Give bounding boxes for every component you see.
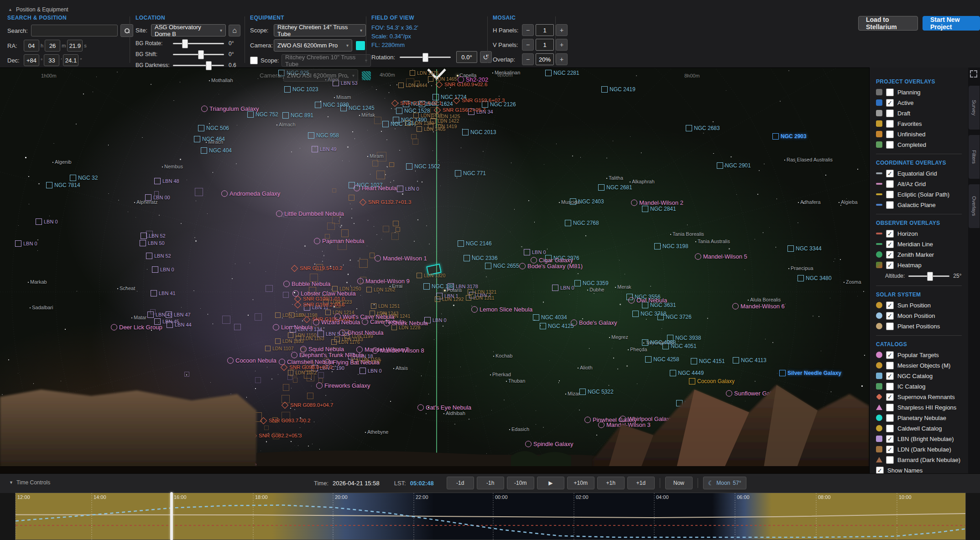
checkbox-checked[interactable] [886, 372, 894, 380]
decrement-button[interactable]: − [522, 24, 534, 36]
checkbox-unchecked[interactable] [886, 120, 894, 128]
slider-2[interactable] [173, 61, 224, 69]
observatory-site-button[interactable]: ⌂ [229, 25, 240, 36]
checkbox-checked[interactable] [886, 251, 894, 259]
plus-1d-button[interactable]: +1d [627, 477, 655, 489]
increment-button[interactable]: + [556, 24, 568, 36]
mosaic-row-label: V Panels: [493, 42, 522, 48]
checkbox-checked[interactable] [886, 240, 894, 248]
toolbar-divider [245, 16, 245, 63]
minus-1d-button[interactable]: -1d [447, 477, 474, 489]
checkbox-unchecked[interactable] [886, 456, 894, 464]
line-swatch-icon [876, 243, 882, 245]
dec-label: Dec: [7, 57, 24, 64]
scope2-dropdown[interactable]: Ritchey Chretien 10" Truss Tube ▾ [281, 54, 371, 67]
dec-seconds-field[interactable]: 24.1 [63, 54, 78, 66]
plus-1h-button[interactable]: +1h [597, 477, 625, 489]
plus-10m-button[interactable]: +10m [567, 477, 594, 489]
checkbox-unchecked[interactable] [886, 414, 894, 422]
checkbox-unchecked[interactable] [886, 88, 894, 96]
slider-0[interactable] [173, 39, 224, 47]
minus-1h-button[interactable]: -1h [477, 477, 504, 489]
ra-seconds-field[interactable]: 21.9 [67, 40, 83, 52]
sky-map[interactable]: 1h00m4h00m6h00m8h00m16h00m19h00m18h00m17… [0, 68, 980, 473]
stepper-value: 1 [536, 39, 554, 51]
slider-label: BG Darkness: [136, 62, 173, 68]
checkbox-checked[interactable] [886, 312, 894, 320]
increment-button[interactable]: + [556, 53, 568, 65]
collapse-down-icon: ▼ [9, 480, 13, 485]
sidebar-item-alt-az-grid: Alt/Az Grid [876, 180, 968, 187]
checkbox-unchecked[interactable] [886, 383, 894, 390]
slider-1[interactable] [173, 50, 224, 58]
expand-panel-icon[interactable] [970, 70, 977, 78]
checkbox-unchecked[interactable] [886, 425, 894, 432]
increment-button[interactable]: + [556, 39, 568, 51]
sidebar-divider [876, 214, 962, 214]
checkbox-checked[interactable] [886, 351, 894, 359]
load-to-stellarium-button[interactable]: Load to Stellarium [858, 16, 918, 31]
camera-value: ZWO ASI 6200mm Pro [277, 42, 338, 49]
edge-tab-overlays[interactable]: Overlays [969, 184, 980, 228]
checkbox-checked[interactable] [886, 393, 894, 401]
slider-thumb[interactable] [206, 61, 212, 70]
checkbox-checked[interactable] [886, 261, 894, 269]
slider-thumb[interactable] [422, 53, 428, 62]
checkbox-unchecked[interactable] [886, 109, 894, 117]
rotation-reset-button[interactable]: ↺ [480, 51, 492, 63]
checkbox-checked[interactable] [886, 170, 894, 177]
checkbox-unchecked[interactable] [886, 362, 894, 369]
checkbox-unchecked[interactable] [886, 404, 894, 411]
checkbox-unchecked[interactable] [886, 322, 894, 330]
play-button[interactable]: ▶ [537, 477, 564, 489]
checkbox-checked[interactable] [886, 435, 894, 443]
checkbox-unchecked[interactable] [886, 191, 894, 198]
dec-minutes-field[interactable]: 33 [44, 54, 59, 66]
checkbox-unchecked[interactable] [886, 141, 894, 149]
search-input[interactable] [31, 25, 118, 36]
camera-dropdown[interactable]: ZWO ASI 6200mm Pro ▾ [274, 39, 352, 52]
rotation-slider[interactable] [400, 53, 451, 61]
checkbox-checked[interactable] [886, 99, 894, 107]
camera2-color-swatch[interactable] [361, 71, 371, 81]
rotation-value-box[interactable]: 0.0° [456, 51, 477, 63]
sidebar-item-label: Caldwell Catalog [897, 425, 942, 432]
time-controls-collapse[interactable]: ▼ Time Controls [9, 479, 50, 486]
slider-thumb[interactable] [927, 272, 933, 281]
panel-collapse-header[interactable]: ▲ Position & Equipment [8, 6, 68, 13]
ra-hours-field[interactable]: 04 [24, 40, 39, 52]
checkbox-checked[interactable] [886, 446, 894, 453]
sidebar-divider [876, 154, 962, 154]
checkbox-checked[interactable] [886, 301, 894, 309]
altitude-timeline[interactable]: 12:0014:0016:0018:0020:0022:0000:0002:00… [15, 493, 966, 540]
slider-thumb[interactable] [198, 50, 204, 59]
camera-color-swatch[interactable] [355, 41, 365, 51]
moon-altitude-chip[interactable]: ☾ Moon 57° [703, 477, 746, 489]
slider-thumb[interactable] [182, 39, 188, 48]
checkbox-checked[interactable] [876, 467, 884, 474]
search-button[interactable] [120, 24, 133, 37]
decrement-button[interactable]: − [522, 53, 534, 65]
altitude-slider[interactable] [908, 272, 949, 280]
search-icon [125, 28, 130, 33]
bg-slider-row: BG Rotate:0° [136, 39, 240, 47]
edge-tab-survey[interactable]: Survey [969, 86, 980, 130]
secondary-scope-checkbox[interactable] [250, 57, 258, 64]
timeline-cursor[interactable] [170, 492, 173, 540]
scope-dropdown[interactable]: Ritchey Chretien 14" Truss Tube ▾ [274, 24, 366, 36]
camera2-dropdown[interactable]: ZWO ASI 6200mm Pro ▾ [283, 69, 358, 82]
dec-degrees-field[interactable]: +84 [24, 54, 39, 66]
checkbox-checked[interactable] [886, 230, 894, 238]
minus-10m-button[interactable]: -10m [507, 477, 534, 489]
now-button[interactable]: Now [665, 477, 693, 489]
ra-minutes-field[interactable]: 26 [45, 40, 60, 52]
sidebar-item-active: Active [876, 99, 968, 106]
edge-tab-filters[interactable]: Filters [969, 135, 980, 179]
site-dropdown[interactable]: ASG Observatory Dome B ▾ [151, 24, 226, 36]
checkbox-unchecked[interactable] [886, 201, 894, 209]
decrement-button[interactable]: − [522, 39, 534, 51]
checkbox-unchecked[interactable] [886, 130, 894, 138]
stepper-value: 20% [536, 53, 554, 65]
start-new-project-button[interactable]: Start New Project [923, 16, 980, 31]
checkbox-unchecked[interactable] [886, 180, 894, 188]
